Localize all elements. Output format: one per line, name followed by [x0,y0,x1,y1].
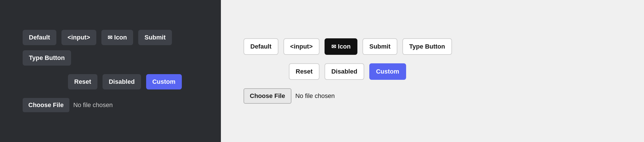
dark-no-file-label: No file chosen [73,101,113,109]
dark-type-button[interactable]: Type Button [23,50,71,66]
dark-row-1: Default <input> ✉Icon Submit Type Button [23,30,198,66]
light-row-2: Reset Disabled Custom [244,63,621,80]
light-no-file-label: No file chosen [295,92,335,100]
light-submit-button[interactable]: Submit [362,38,397,55]
dark-icon-button[interactable]: ✉Icon [101,30,133,45]
dark-disabled-button[interactable]: Disabled [103,74,141,89]
light-reset-button[interactable]: Reset [289,63,319,80]
dark-row-2: Reset Disabled Custom [23,74,198,89]
light-disabled-button[interactable]: Disabled [325,63,364,80]
light-choose-file-button[interactable]: Choose File [244,88,291,104]
dark-input-button[interactable]: <input> [61,30,96,45]
light-icon-button[interactable]: ✉Icon [325,38,357,55]
light-custom-button[interactable]: Custom [369,63,406,80]
light-default-button[interactable]: Default [244,38,278,55]
light-row-1: Default <input> ✉Icon Submit Type Button [244,38,621,55]
light-input-button[interactable]: <input> [283,38,319,55]
dark-choose-file-button[interactable]: Choose File [23,98,69,112]
dark-default-button[interactable]: Default [23,30,56,45]
dark-panel: Default <input> ✉Icon Submit Type Button… [0,0,221,142]
dark-submit-button[interactable]: Submit [138,30,172,45]
light-panel: Default <input> ✉Icon Submit Type Button… [221,0,644,142]
light-file-row: Choose File No file chosen [244,88,621,104]
dark-custom-button[interactable]: Custom [146,74,182,89]
light-type-button[interactable]: Type Button [402,38,452,55]
mail-icon-light: ✉ [331,43,336,50]
dark-file-row: Choose File No file chosen [23,98,198,112]
dark-reset-button[interactable]: Reset [68,74,97,89]
mail-icon: ✉ [108,34,112,41]
